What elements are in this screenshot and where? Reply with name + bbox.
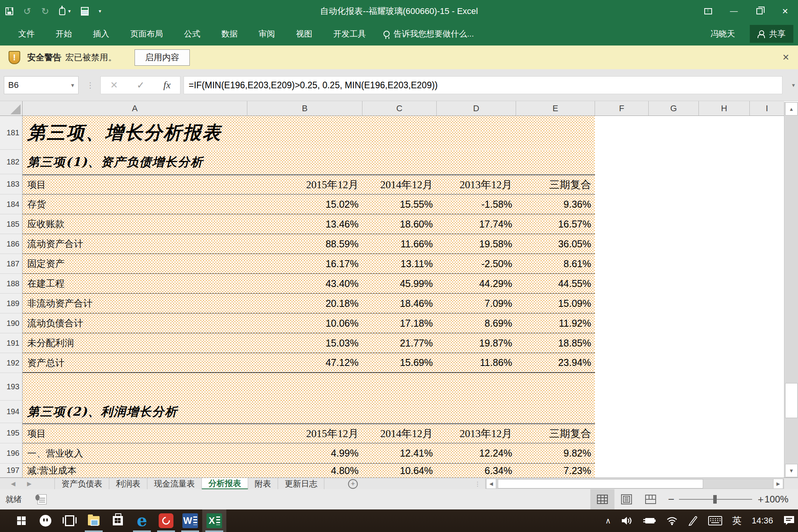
page-break-view-button[interactable]	[639, 489, 663, 509]
cell-value[interactable]: 12.41%	[362, 443, 437, 463]
cell-value[interactable]: 13.46%	[247, 214, 362, 234]
cell-value[interactable]: 15.03%	[247, 333, 362, 353]
cell-value[interactable]: 10.06%	[247, 313, 362, 333]
table-header-2014[interactable]: 2014年12月	[362, 424, 437, 443]
table-header-2015[interactable]: 2015年12月	[247, 175, 362, 194]
cell-value[interactable]: 11.86%	[437, 353, 516, 372]
cell-value[interactable]: 17.18%	[362, 313, 437, 333]
cell-value[interactable]: 23.94%	[516, 353, 595, 372]
row-196-cells[interactable]: 一、营业收入 4.99% 12.41% 12.24% 9.82%	[23, 443, 595, 464]
column-header-i[interactable]: I	[750, 101, 784, 116]
action-center-icon[interactable]	[783, 515, 795, 526]
pen-icon[interactable]	[688, 516, 698, 526]
cell-value[interactable]: 43.40%	[247, 274, 362, 293]
cell-value[interactable]: 4.99%	[247, 443, 362, 463]
minimize-button[interactable]: —	[721, 0, 747, 22]
cell-value[interactable]: 18.46%	[362, 294, 437, 313]
row-header-192[interactable]: 192	[0, 353, 23, 373]
cell-value[interactable]: 9.82%	[516, 443, 595, 463]
select-all-corner[interactable]	[0, 101, 23, 116]
tab-data[interactable]: 数据	[211, 22, 248, 46]
row-label[interactable]: 一、营业收入	[23, 443, 247, 463]
sheet-tab-cashflow[interactable]: 现金流量表	[147, 478, 202, 490]
table-header-item[interactable]: 项目	[23, 175, 247, 194]
column-header-a[interactable]: A	[23, 101, 247, 116]
row-header-181[interactable]: 181	[0, 116, 23, 150]
row-194-cells[interactable]: 第三项(2)、利润增长分析	[23, 401, 595, 423]
cell-value[interactable]: -2.50%	[437, 254, 516, 273]
restore-button[interactable]	[747, 0, 772, 22]
row-label[interactable]: 在建工程	[23, 274, 247, 293]
tab-developer[interactable]: 开发工具	[323, 22, 376, 46]
row-label[interactable]: 流动资产合计	[23, 234, 247, 254]
sheet-tab-appendix[interactable]: 附表	[248, 478, 278, 490]
table-header-compound[interactable]: 三期复合	[516, 424, 595, 443]
tab-home[interactable]: 开始	[45, 22, 82, 46]
zoom-level-label[interactable]: 100%	[765, 489, 788, 509]
row-label[interactable]: 减:营业成本	[23, 464, 247, 478]
tab-review[interactable]: 审阅	[248, 22, 285, 46]
row-header-184[interactable]: 184	[0, 194, 23, 214]
excel-taskbar-button[interactable]: X	[202, 509, 226, 532]
clock[interactable]: 14:36	[752, 516, 773, 526]
table-header-2013[interactable]: 2013年12月	[437, 175, 516, 194]
enable-content-button[interactable]: 启用内容	[135, 49, 190, 66]
ribbon-display-options-button[interactable]	[695, 0, 721, 22]
macro-record-icon[interactable]	[37, 494, 47, 504]
cell-value[interactable]: 15.69%	[362, 353, 437, 372]
cell-value[interactable]: 8.61%	[516, 254, 595, 273]
edge-button[interactable]: e	[130, 509, 154, 532]
undo-icon[interactable]: ↺	[23, 6, 31, 17]
cell-value[interactable]: 9.36%	[516, 194, 595, 214]
horizontal-scrollbar-thumb[interactable]	[498, 479, 703, 488]
row-label[interactable]: 未分配利润	[23, 333, 247, 353]
row-186-cells[interactable]: 流动资产合计 88.59% 11.66% 19.58% 36.05%	[23, 234, 595, 254]
name-box[interactable]: B6 ▼	[4, 76, 79, 94]
vertical-scrollbar[interactable]: ▲ ▼	[784, 102, 798, 478]
expand-formula-bar-icon[interactable]: ▾	[792, 76, 795, 94]
cell-value[interactable]: 15.02%	[247, 194, 362, 214]
zoom-slider-thumb[interactable]	[713, 495, 717, 504]
security-bar-close-icon[interactable]: ✕	[782, 52, 789, 63]
row-header-197[interactable]: 197	[0, 464, 23, 478]
cell-value[interactable]: 16.57%	[516, 214, 595, 234]
row-header-190[interactable]: 190	[0, 313, 23, 333]
row-label[interactable]: 非流动资产合计	[23, 294, 247, 313]
cell-value[interactable]: 45.99%	[362, 274, 437, 293]
row-185-cells[interactable]: 应收账款 13.46% 18.60% 17.74% 16.57%	[23, 214, 595, 234]
qat-customize-dropdown-icon[interactable]: ▾	[99, 8, 102, 14]
row-183-cells[interactable]: 项目 2015年12月 2014年12月 2013年12月 三期复合	[23, 174, 595, 194]
share-button[interactable]: 共享	[750, 25, 793, 43]
cell-value[interactable]: 18.85%	[516, 333, 595, 353]
table-header-2015[interactable]: 2015年12月	[247, 424, 362, 443]
zoom-slider[interactable]	[679, 499, 752, 500]
row-header-187[interactable]: 187	[0, 254, 23, 274]
tab-insert[interactable]: 插入	[82, 22, 120, 46]
table-header-2014[interactable]: 2014年12月	[362, 175, 437, 194]
cortana-button[interactable]	[33, 509, 58, 532]
row-header-194[interactable]: 194	[0, 401, 23, 423]
enter-icon[interactable]: ✓	[137, 80, 145, 91]
hidden-icons-chevron[interactable]: ∧	[605, 516, 611, 525]
row-header-195[interactable]: 195	[0, 423, 23, 443]
zoom-out-button[interactable]: −	[663, 493, 679, 506]
cell-value[interactable]: 44.29%	[437, 274, 516, 293]
row-188-cells[interactable]: 在建工程 43.40% 45.99% 44.29% 44.55%	[23, 274, 595, 294]
cell-value[interactable]: 36.05%	[516, 234, 595, 254]
sheet-tab-analysis[interactable]: 分析报表	[202, 478, 248, 490]
row-header-182[interactable]: 182	[0, 150, 23, 174]
row-header-186[interactable]: 186	[0, 234, 23, 254]
start-button[interactable]	[9, 509, 33, 532]
vertical-scrollbar-thumb[interactable]	[785, 383, 798, 418]
normal-view-button[interactable]	[590, 489, 614, 509]
row-181-cells[interactable]: 第三项、增长分析报表	[23, 116, 595, 150]
cell-value[interactable]: 21.77%	[362, 333, 437, 353]
column-header-h[interactable]: H	[699, 101, 750, 116]
row-label[interactable]: 固定资产	[23, 254, 247, 273]
row-header-196[interactable]: 196	[0, 443, 23, 464]
touch-mode-button[interactable]: ▾	[59, 7, 71, 15]
word-button[interactable]: W	[178, 509, 202, 532]
row-197-cells[interactable]: 减:营业成本 4.80% 10.64% 6.34% 7.23%	[23, 464, 595, 478]
row-label[interactable]: 存货	[23, 194, 247, 214]
cell-value[interactable]: 88.59%	[247, 234, 362, 254]
